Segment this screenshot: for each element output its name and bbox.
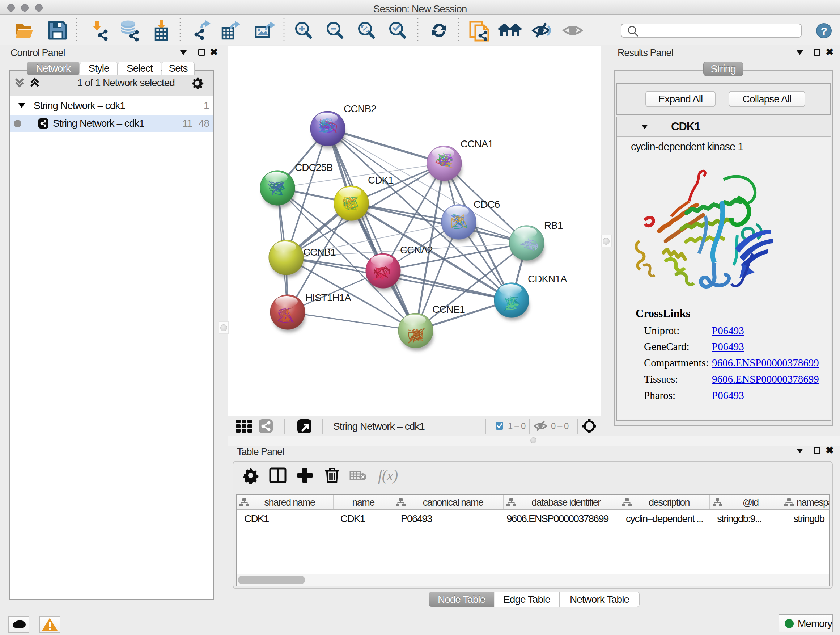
svg-text:1 – 0: 1 – 0: [508, 421, 526, 431]
svg-text:CDK1: CDK1: [368, 174, 393, 186]
svg-text:CCNB2: CCNB2: [344, 103, 376, 114]
svg-text:String Network – cdk1: String Network – cdk1: [333, 421, 425, 432]
svg-text:f(x): f(x): [378, 467, 398, 484]
svg-text:RB1: RB1: [544, 220, 563, 231]
svg-text:CDC6: CDC6: [474, 199, 500, 210]
svg-text:CDC25B: CDC25B: [295, 162, 333, 173]
svg-text:CCNA2: CCNA2: [400, 244, 433, 256]
svg-text:CDKN1A: CDKN1A: [528, 273, 567, 285]
svg-text:HIST1H1A: HIST1H1A: [305, 292, 351, 303]
svg-text:CCNA1: CCNA1: [461, 138, 493, 149]
svg-text:CCNE1: CCNE1: [432, 304, 465, 315]
svg-text:CCNB1: CCNB1: [303, 247, 336, 258]
svg-text:0 – 0: 0 – 0: [551, 421, 569, 431]
